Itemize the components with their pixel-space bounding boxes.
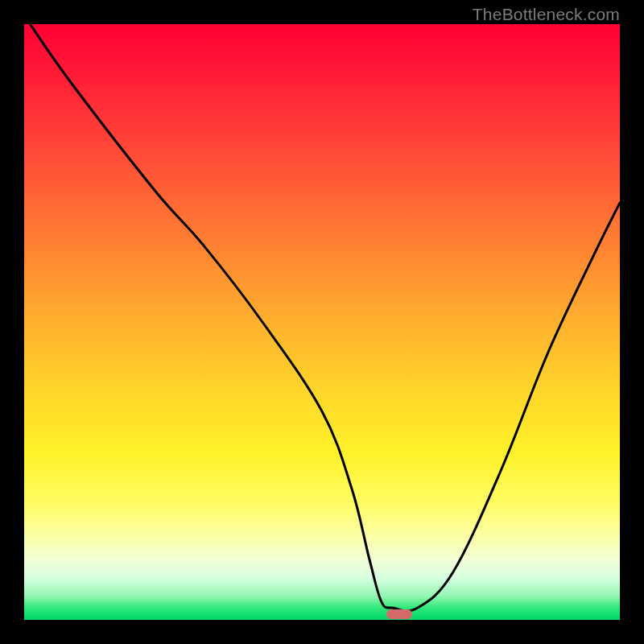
optimal-marker xyxy=(386,609,412,619)
curve-line xyxy=(30,24,620,611)
chart-frame: TheBottleneck.com xyxy=(0,0,644,644)
bottleneck-curve xyxy=(24,24,620,620)
watermark-text: TheBottleneck.com xyxy=(473,5,620,24)
